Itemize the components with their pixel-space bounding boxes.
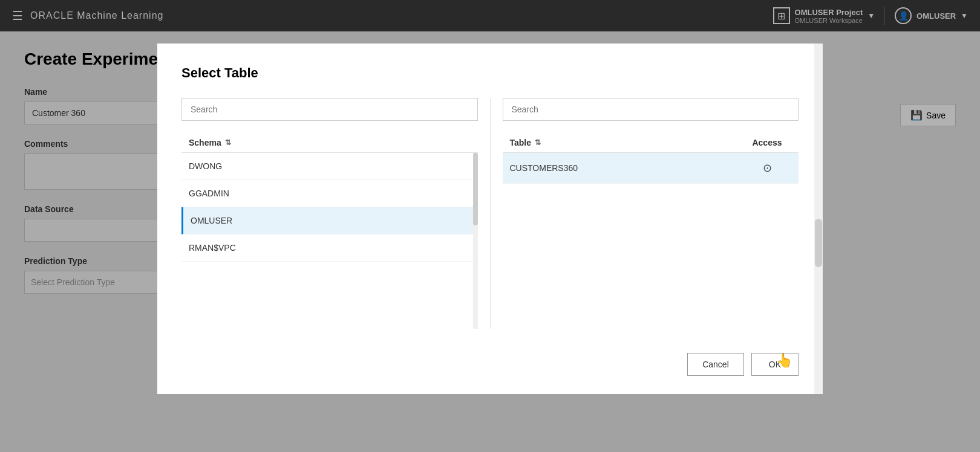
schema-search-input[interactable] — [181, 98, 478, 121]
access-col-label: Access — [752, 138, 782, 147]
table-sort-icon[interactable]: ⇅ — [535, 138, 541, 147]
access-col-header: Access — [743, 138, 791, 147]
schema-scroll-track[interactable] — [473, 153, 478, 329]
table-col-label: Table — [510, 138, 532, 147]
table-list: CUSTOMERS360 ⊙ — [503, 153, 799, 329]
access-check-icon: ⊙ — [763, 162, 772, 174]
schema-scroll-thumb — [473, 153, 478, 225]
cancel-button[interactable]: Cancel — [687, 353, 744, 376]
modal-scrollbar-thumb — [815, 219, 822, 267]
schema-col-label: Schema — [189, 138, 221, 147]
schema-row-dwong[interactable]: DWONG — [181, 153, 478, 180]
table-col-header: Table ⇅ — [510, 138, 743, 147]
table-search-input[interactable] — [503, 98, 799, 121]
schema-column-header: Schema ⇅ — [181, 133, 478, 153]
modal-scrollbar[interactable] — [814, 44, 823, 394]
modal-panels: Schema ⇅ DWONG GGADMIN OMLUSER RMAN$VPC — [181, 98, 799, 329]
schema-list: DWONG GGADMIN OMLUSER RMAN$VPC — [181, 153, 478, 329]
table-access-customers360: ⊙ — [743, 161, 791, 175]
table-name-customers360: CUSTOMERS360 — [510, 163, 743, 173]
select-table-modal: Select Table Schema ⇅ DWONG GGADMIN OMLU… — [157, 44, 823, 394]
modal-title: Select Table — [181, 65, 799, 81]
schema-panel: Schema ⇅ DWONG GGADMIN OMLUSER RMAN$VPC — [181, 98, 491, 329]
schema-row-ggadmin[interactable]: GGADMIN — [181, 180, 478, 207]
schema-row-rmanvpc[interactable]: RMAN$VPC — [181, 234, 478, 262]
schema-row-omluser[interactable]: OMLUSER — [181, 207, 478, 234]
table-row-customers360[interactable]: CUSTOMERS360 ⊙ — [503, 153, 799, 184]
schema-sort-icon[interactable]: ⇅ — [225, 138, 231, 147]
table-panel: Table ⇅ Access CUSTOMERS360 ⊙ — [503, 98, 799, 329]
modal-footer: Cancel OK — [181, 343, 799, 376]
table-access-headers: Table ⇅ Access — [503, 133, 799, 153]
modal-overlay: Select Table Schema ⇅ DWONG GGADMIN OMLU… — [0, 0, 980, 452]
cursor-pointer-icon: 👆 — [776, 353, 792, 369]
